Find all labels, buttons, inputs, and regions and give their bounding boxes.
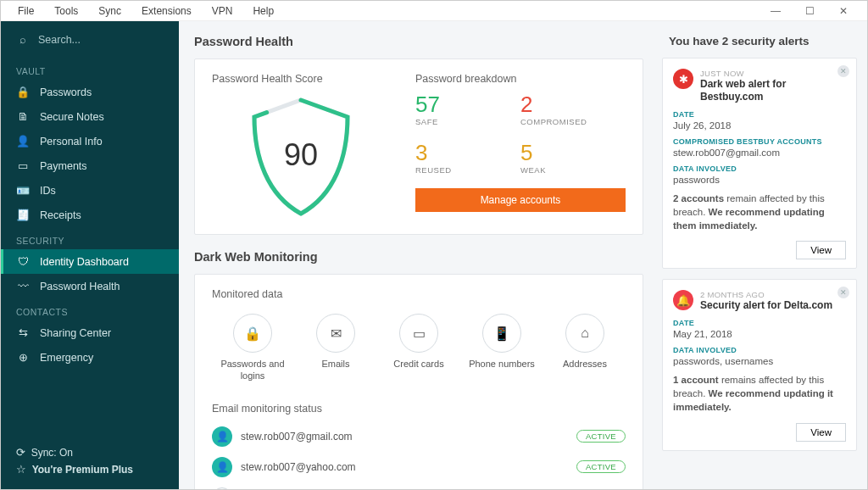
monitored-emails[interactable]: ✉Emails <box>302 314 370 382</box>
dwm-card: Monitored data 🔒Passwords and logins ✉Em… <box>194 274 643 489</box>
monitored-cards[interactable]: ▭Credit cards <box>385 314 453 382</box>
sidebar-item-password-health[interactable]: 〰Password Health <box>1 274 179 298</box>
email-row: 👤 stew.rob007@yahoo.com ACTIVE <box>212 452 626 482</box>
alerts-panel: You have 2 security alerts ✕ ✱ JUST NOW … <box>659 21 867 489</box>
section-title-password-health: Password Health <box>194 35 643 48</box>
sidebar-item-label: Personal Info <box>40 136 103 148</box>
add-email-button[interactable]: + <box>212 487 232 489</box>
note-icon: 🗎 <box>16 110 30 123</box>
alerts-heading: You have 2 security alerts <box>662 35 857 47</box>
search-box[interactable]: ⌕ Search... <box>1 21 179 58</box>
monitored-phones[interactable]: 📱Phone numbers <box>468 314 536 382</box>
compromised-label: COMPROMISED <box>520 117 626 126</box>
svg-text:90: 90 <box>284 137 318 172</box>
breakdown-label: Password breakdown <box>415 73 626 85</box>
monitored-data-label: Monitored data <box>212 288 626 300</box>
menu-file[interactable]: File <box>8 5 44 17</box>
field-value: passwords <box>673 175 846 185</box>
home-icon: ⌂ <box>565 314 604 353</box>
email-address: stew.rob007@gmail.com <box>241 431 353 443</box>
monitored-addresses[interactable]: ⌂Addresses <box>551 314 619 382</box>
reused-count: 3 <box>415 142 520 164</box>
sidebar-item-label: Emergency <box>40 352 93 364</box>
sidebar-item-label: IDs <box>40 185 56 197</box>
safe-count: 57 <box>415 93 520 115</box>
sidebar-item-payments[interactable]: ▭Payments <box>1 153 179 178</box>
alert-card-delta: ✕ 🔔 2 MONTHS AGO Security alert for Delt… <box>662 279 857 450</box>
search-placeholder: Search... <box>38 34 81 46</box>
payment-icon: ▭ <box>16 159 30 172</box>
compromised-count: 2 <box>520 93 626 115</box>
sidebar: ⌕ Search... VAULT 🔒Passwords 🗎Secure Not… <box>1 21 179 489</box>
sidebar-item-label: Receipts <box>40 209 81 221</box>
share-icon: ⇆ <box>16 326 30 339</box>
alert-summary: 2 accounts remain affected by this breac… <box>673 192 846 232</box>
menu-tools[interactable]: Tools <box>44 5 88 17</box>
shield-icon: 🛡 <box>16 255 30 268</box>
password-health-card: Password Health Score 90 Password breakd… <box>194 58 643 235</box>
menu-sync[interactable]: Sync <box>88 5 131 17</box>
dismiss-alert-button[interactable]: ✕ <box>837 65 849 77</box>
email-row: 👤 stew.rob007@gmail.com ACTIVE <box>212 421 626 452</box>
email-address: stew.rob007@yahoo.com <box>241 461 356 473</box>
sidebar-item-label: Password Health <box>40 281 120 292</box>
monitored-label: Phone numbers <box>468 358 536 370</box>
monitored-label: Passwords and logins <box>219 358 287 382</box>
sidebar-item-receipts[interactable]: 🧾Receipts <box>1 203 179 227</box>
field-value: stew.rob007@gmail.com <box>673 148 846 158</box>
alert-card-bestbuy: ✕ ✱ JUST NOW Dark web alert for Bestbuy.… <box>662 58 857 269</box>
lock-icon: 🔒 <box>16 86 30 98</box>
sidebar-item-identity-dashboard[interactable]: 🛡Identity Dashboard <box>1 249 179 274</box>
sidebar-item-label: Sharing Center <box>40 327 111 339</box>
alert-summary: 1 account remains affected by this breac… <box>673 373 846 414</box>
alert-when: JUST NOW <box>700 69 846 78</box>
premium-status: You're Premium Plus <box>32 464 133 476</box>
maximize-button[interactable]: ☐ <box>793 5 826 17</box>
star-icon: ☆ <box>16 463 26 476</box>
search-icon: ⌕ <box>16 33 30 46</box>
sidebar-heading-contacts: CONTACTS <box>1 298 179 320</box>
field-label: DATA INVOLVED <box>673 164 846 173</box>
avatar-icon: 👤 <box>212 457 232 477</box>
view-alert-button[interactable]: View <box>796 241 846 259</box>
field-label: DATE <box>673 319 846 327</box>
sync-status: Sync: On <box>31 447 73 459</box>
email-status-label: Email monitoring status <box>212 403 626 415</box>
sidebar-item-emergency[interactable]: ⊕Emergency <box>1 345 179 370</box>
id-icon: 🪪 <box>16 184 30 197</box>
close-button[interactable]: ✕ <box>826 5 860 17</box>
status-badge: ACTIVE <box>576 430 626 443</box>
manage-accounts-button[interactable]: Manage accounts <box>415 188 626 212</box>
sidebar-heading-security: SECURITY <box>1 227 179 249</box>
shield-score-graphic: 90 <box>242 93 360 220</box>
sidebar-item-sharing-center[interactable]: ⇆Sharing Center <box>1 320 179 345</box>
dismiss-alert-button[interactable]: ✕ <box>837 287 849 298</box>
sync-icon: ⟳ <box>16 446 25 459</box>
monitored-passwords[interactable]: 🔒Passwords and logins <box>219 314 287 382</box>
window-controls: — ☐ ✕ <box>759 5 860 17</box>
sidebar-item-secure-notes[interactable]: 🗎Secure Notes <box>1 104 179 129</box>
lock-icon: 🔒 <box>233 314 272 353</box>
avatar-icon: 👤 <box>212 426 232 447</box>
sidebar-heading-vault: VAULT <box>1 58 179 80</box>
menu-extensions[interactable]: Extensions <box>131 5 202 17</box>
field-value: passwords, usernames <box>673 356 846 366</box>
sidebar-item-label: Identity Dashboard <box>40 256 129 268</box>
sidebar-item-ids[interactable]: 🪪IDs <box>1 178 179 203</box>
weak-count: 5 <box>520 142 626 164</box>
sidebar-item-personal-info[interactable]: 👤Personal Info <box>1 129 179 153</box>
sidebar-item-passwords[interactable]: 🔒Passwords <box>1 80 179 104</box>
reused-label: REUSED <box>415 165 520 175</box>
field-label: DATE <box>673 110 846 119</box>
monitored-label: Emails <box>302 358 370 370</box>
field-value: July 26, 2018 <box>673 120 846 131</box>
sidebar-item-label: Secure Notes <box>40 111 104 123</box>
menu-vpn[interactable]: VPN <box>202 5 243 17</box>
minimize-button[interactable]: — <box>759 5 793 17</box>
view-alert-button[interactable]: View <box>796 423 846 442</box>
score-label: Password Health Score <box>212 73 323 85</box>
menubar: File Tools Sync Extensions VPN Help — ☐ … <box>1 1 867 21</box>
bell-icon: 🔔 <box>673 290 693 310</box>
menu-help[interactable]: Help <box>242 5 284 17</box>
main-content: Password Health Password Health Score 90… <box>179 21 659 489</box>
